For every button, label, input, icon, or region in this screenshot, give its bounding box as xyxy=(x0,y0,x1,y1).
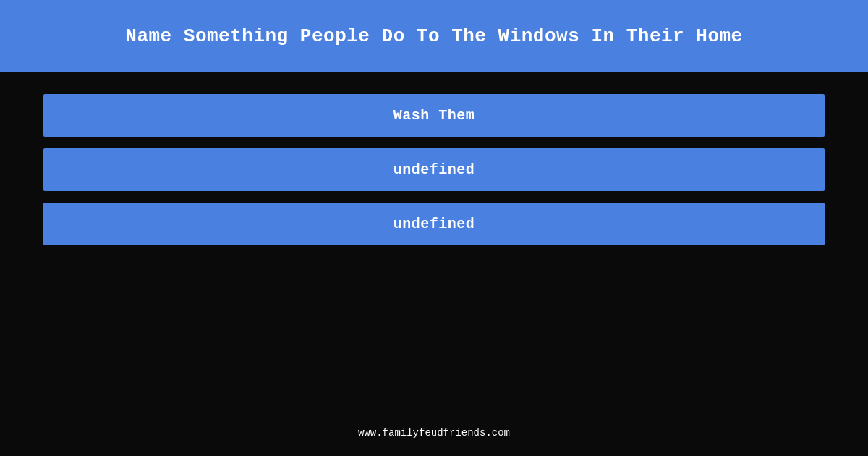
answer-text-1: Wash Them xyxy=(393,107,475,124)
answer-row-3[interactable]: undefined xyxy=(43,203,825,245)
question-header: Name Something People Do To The Windows … xyxy=(0,0,868,72)
footer-url: www.familyfeudfriends.com xyxy=(358,427,510,439)
footer: www.familyfeudfriends.com xyxy=(0,417,868,449)
answer-row-2[interactable]: undefined xyxy=(43,148,825,191)
answers-container: Wash Them undefined undefined xyxy=(0,72,868,456)
question-title: Name Something People Do To The Windows … xyxy=(125,25,742,47)
answer-row-1[interactable]: Wash Them xyxy=(43,94,825,137)
answer-text-3: undefined xyxy=(393,216,475,232)
answer-text-2: undefined xyxy=(393,161,475,178)
